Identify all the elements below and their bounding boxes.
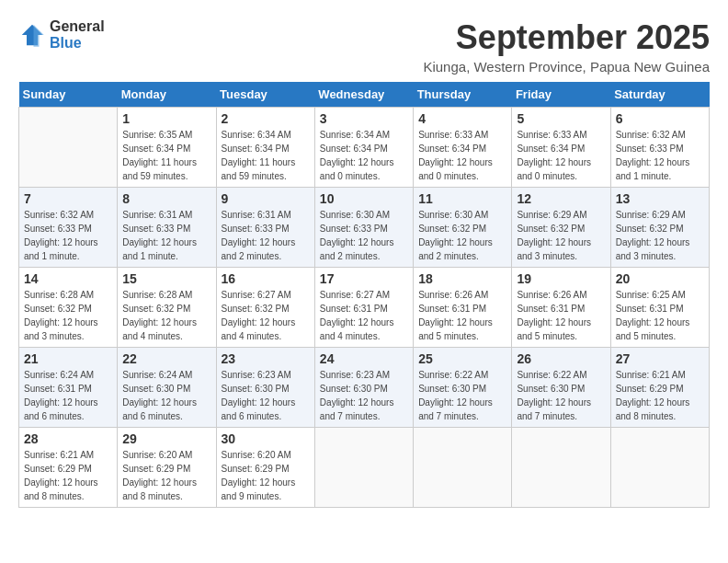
day-info: Sunrise: 6:32 AMSunset: 6:33 PMDaylight:… — [616, 128, 704, 183]
day-info: Sunrise: 6:23 AMSunset: 6:30 PMDaylight:… — [222, 368, 310, 423]
day-info: Sunrise: 6:27 AMSunset: 6:31 PMDaylight:… — [320, 288, 408, 343]
day-number: 8 — [122, 191, 210, 206]
day-info: Sunrise: 6:33 AMSunset: 6:34 PMDaylight:… — [517, 128, 605, 183]
day-info: Sunrise: 6:30 AMSunset: 6:33 PMDaylight:… — [320, 208, 408, 263]
weekday-header-tuesday: Tuesday — [216, 82, 314, 108]
calendar-cell — [512, 428, 610, 508]
day-number: 29 — [122, 431, 210, 446]
day-info: Sunrise: 6:27 AMSunset: 6:32 PMDaylight:… — [222, 288, 310, 343]
calendar-week-row: 7Sunrise: 6:32 AMSunset: 6:33 PMDaylight… — [19, 188, 710, 268]
calendar-cell: 19Sunrise: 6:26 AMSunset: 6:31 PMDayligh… — [512, 268, 610, 348]
day-info: Sunrise: 6:32 AMSunset: 6:33 PMDaylight:… — [24, 208, 112, 263]
weekday-header-friday: Friday — [512, 82, 610, 108]
calendar-cell — [414, 428, 512, 508]
calendar-cell: 1Sunrise: 6:35 AMSunset: 6:34 PMDaylight… — [118, 108, 216, 188]
location-title: Kiunga, Western Province, Papua New Guin… — [423, 59, 710, 75]
day-number: 28 — [24, 431, 112, 446]
calendar-cell: 28Sunrise: 6:21 AMSunset: 6:29 PMDayligh… — [19, 428, 118, 508]
day-info: Sunrise: 6:29 AMSunset: 6:32 PMDaylight:… — [616, 208, 704, 263]
weekday-header-wednesday: Wednesday — [314, 82, 413, 108]
calendar-cell: 16Sunrise: 6:27 AMSunset: 6:32 PMDayligh… — [216, 268, 314, 348]
day-number: 4 — [418, 111, 506, 126]
svg-marker-1 — [34, 25, 44, 47]
day-info: Sunrise: 6:30 AMSunset: 6:32 PMDaylight:… — [418, 208, 506, 263]
month-title: September 2025 — [423, 18, 710, 57]
calendar-cell: 12Sunrise: 6:29 AMSunset: 6:32 PMDayligh… — [512, 188, 610, 268]
day-info: Sunrise: 6:28 AMSunset: 6:32 PMDaylight:… — [24, 288, 112, 343]
calendar-cell — [19, 108, 118, 188]
logo-text: General Blue — [50, 18, 105, 52]
weekday-header-sunday: Sunday — [19, 82, 118, 108]
calendar-cell: 22Sunrise: 6:24 AMSunset: 6:30 PMDayligh… — [118, 348, 216, 428]
day-number: 3 — [320, 111, 408, 126]
day-number: 5 — [517, 111, 605, 126]
day-number: 11 — [418, 191, 506, 206]
day-number: 30 — [222, 431, 310, 446]
day-info: Sunrise: 6:22 AMSunset: 6:30 PMDaylight:… — [418, 368, 506, 423]
calendar-cell: 10Sunrise: 6:30 AMSunset: 6:33 PMDayligh… — [314, 188, 413, 268]
calendar-week-row: 21Sunrise: 6:24 AMSunset: 6:31 PMDayligh… — [19, 348, 710, 428]
day-number: 18 — [418, 271, 506, 286]
calendar-cell: 18Sunrise: 6:26 AMSunset: 6:31 PMDayligh… — [414, 268, 512, 348]
day-info: Sunrise: 6:20 AMSunset: 6:29 PMDaylight:… — [122, 448, 210, 503]
calendar-cell: 15Sunrise: 6:28 AMSunset: 6:32 PMDayligh… — [118, 268, 216, 348]
day-number: 14 — [24, 271, 112, 286]
day-info: Sunrise: 6:20 AMSunset: 6:29 PMDaylight:… — [222, 448, 310, 503]
calendar-cell: 2Sunrise: 6:34 AMSunset: 6:34 PMDaylight… — [216, 108, 314, 188]
calendar-cell: 26Sunrise: 6:22 AMSunset: 6:30 PMDayligh… — [512, 348, 610, 428]
day-info: Sunrise: 6:24 AMSunset: 6:31 PMDaylight:… — [24, 368, 112, 423]
day-number: 16 — [222, 271, 310, 286]
day-info: Sunrise: 6:33 AMSunset: 6:34 PMDaylight:… — [418, 128, 506, 183]
calendar-cell: 20Sunrise: 6:25 AMSunset: 6:31 PMDayligh… — [610, 268, 709, 348]
day-info: Sunrise: 6:25 AMSunset: 6:31 PMDaylight:… — [616, 288, 704, 343]
calendar-week-row: 14Sunrise: 6:28 AMSunset: 6:32 PMDayligh… — [19, 268, 710, 348]
calendar-cell: 17Sunrise: 6:27 AMSunset: 6:31 PMDayligh… — [314, 268, 413, 348]
calendar-cell: 23Sunrise: 6:23 AMSunset: 6:30 PMDayligh… — [216, 348, 314, 428]
logo-icon — [18, 21, 46, 49]
day-info: Sunrise: 6:21 AMSunset: 6:29 PMDaylight:… — [616, 368, 704, 423]
weekday-header-row: SundayMondayTuesdayWednesdayThursdayFrid… — [19, 82, 710, 108]
day-number: 22 — [122, 351, 210, 366]
day-info: Sunrise: 6:26 AMSunset: 6:31 PMDaylight:… — [517, 288, 605, 343]
day-info: Sunrise: 6:21 AMSunset: 6:29 PMDaylight:… — [24, 448, 112, 503]
day-number: 2 — [222, 111, 310, 126]
day-number: 25 — [418, 351, 506, 366]
day-number: 9 — [222, 191, 310, 206]
calendar-cell — [314, 428, 413, 508]
day-info: Sunrise: 6:22 AMSunset: 6:30 PMDaylight:… — [517, 368, 605, 423]
calendar-cell: 24Sunrise: 6:23 AMSunset: 6:30 PMDayligh… — [314, 348, 413, 428]
calendar-table: SundayMondayTuesdayWednesdayThursdayFrid… — [18, 82, 710, 508]
calendar-cell: 7Sunrise: 6:32 AMSunset: 6:33 PMDaylight… — [19, 188, 118, 268]
calendar-cell: 27Sunrise: 6:21 AMSunset: 6:29 PMDayligh… — [610, 348, 709, 428]
calendar-cell: 3Sunrise: 6:34 AMSunset: 6:34 PMDaylight… — [314, 108, 413, 188]
calendar-cell: 13Sunrise: 6:29 AMSunset: 6:32 PMDayligh… — [610, 188, 709, 268]
weekday-header-saturday: Saturday — [610, 82, 709, 108]
calendar-cell — [610, 428, 709, 508]
day-info: Sunrise: 6:35 AMSunset: 6:34 PMDaylight:… — [122, 128, 210, 183]
day-info: Sunrise: 6:34 AMSunset: 6:34 PMDaylight:… — [320, 128, 408, 183]
weekday-header-thursday: Thursday — [414, 82, 512, 108]
day-number: 7 — [24, 191, 112, 206]
day-info: Sunrise: 6:28 AMSunset: 6:32 PMDaylight:… — [122, 288, 210, 343]
day-number: 19 — [517, 271, 605, 286]
calendar-week-row: 28Sunrise: 6:21 AMSunset: 6:29 PMDayligh… — [19, 428, 710, 508]
calendar-cell: 25Sunrise: 6:22 AMSunset: 6:30 PMDayligh… — [414, 348, 512, 428]
calendar-cell: 8Sunrise: 6:31 AMSunset: 6:33 PMDaylight… — [118, 188, 216, 268]
day-info: Sunrise: 6:34 AMSunset: 6:34 PMDaylight:… — [222, 128, 310, 183]
calendar-cell: 9Sunrise: 6:31 AMSunset: 6:33 PMDaylight… — [216, 188, 314, 268]
calendar-cell: 11Sunrise: 6:30 AMSunset: 6:32 PMDayligh… — [414, 188, 512, 268]
day-number: 1 — [122, 111, 210, 126]
day-number: 10 — [320, 191, 408, 206]
calendar-cell: 30Sunrise: 6:20 AMSunset: 6:29 PMDayligh… — [216, 428, 314, 508]
calendar-cell: 4Sunrise: 6:33 AMSunset: 6:34 PMDaylight… — [414, 108, 512, 188]
logo: General Blue — [18, 18, 105, 52]
day-number: 21 — [24, 351, 112, 366]
title-section: September 2025 Kiunga, Western Province,… — [423, 18, 710, 75]
day-info: Sunrise: 6:26 AMSunset: 6:31 PMDaylight:… — [418, 288, 506, 343]
day-number: 17 — [320, 271, 408, 286]
page-header: General Blue September 2025 Kiunga, West… — [18, 18, 710, 75]
day-info: Sunrise: 6:29 AMSunset: 6:32 PMDaylight:… — [517, 208, 605, 263]
day-number: 20 — [616, 271, 704, 286]
day-info: Sunrise: 6:31 AMSunset: 6:33 PMDaylight:… — [222, 208, 310, 263]
calendar-cell: 14Sunrise: 6:28 AMSunset: 6:32 PMDayligh… — [19, 268, 118, 348]
